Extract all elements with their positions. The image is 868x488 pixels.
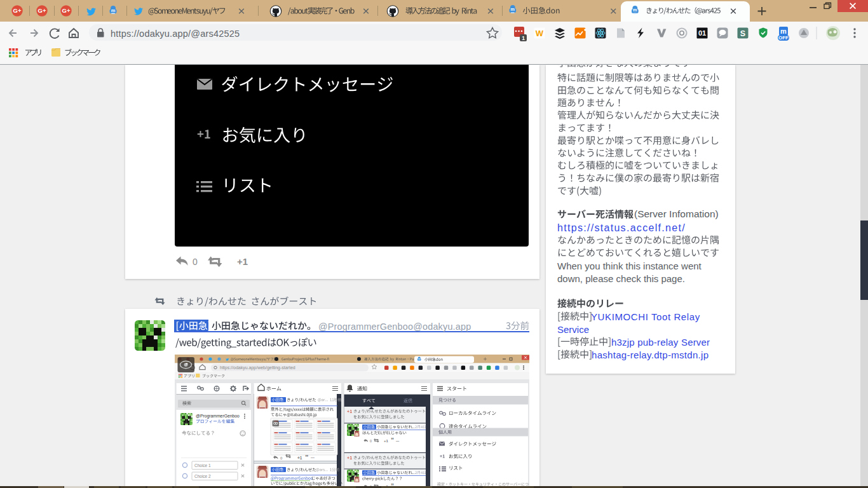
svg-text:OFF: OFF (778, 35, 789, 41)
svg-text:https://odakyu.app/web/getting: https://odakyu.app/web/getting-started (220, 365, 295, 370)
svg-text:m: m (780, 27, 787, 35)
svg-text:Choice 2: Choice 2 (194, 474, 211, 478)
svg-text:G+: G+ (62, 7, 71, 14)
svg-text:1: 1 (522, 35, 525, 41)
svg-text:S: S (740, 29, 745, 38)
svg-text:Choice 1: Choice 1 (194, 463, 211, 468)
svg-text:(Server Infomation): (Server Infomation) (634, 208, 719, 219)
svg-text:m: m (633, 7, 637, 13)
svg-text:...: ... (396, 438, 400, 442)
svg-text:G+: G+ (13, 7, 22, 14)
svg-text:G+: G+ (38, 7, 46, 14)
svg-text:+1: +1 (384, 439, 389, 443)
svg-text:0: 0 (370, 439, 372, 443)
svg-text:m: m (111, 8, 116, 13)
svg-text:@ProgrammerGenboo: @ProgrammerGenboo (196, 414, 240, 419)
svg-text:+1: +1 (297, 456, 302, 460)
svg-text:m: m (511, 6, 515, 12)
svg-text:”: ” (305, 454, 309, 461)
svg-text:W: W (536, 29, 544, 38)
svg-text:01: 01 (698, 29, 706, 37)
svg-text:...: ... (311, 454, 315, 459)
svg-text:”: ” (391, 437, 394, 444)
